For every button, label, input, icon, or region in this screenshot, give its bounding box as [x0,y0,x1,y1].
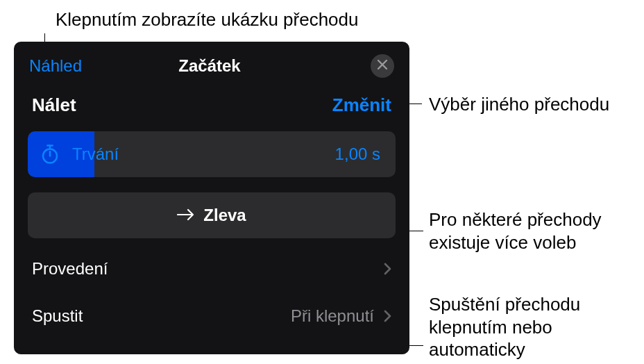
change-transition-button[interactable]: Změnit [332,94,391,116]
start-trigger-row[interactable]: Spustit Při klepnutí [14,292,409,340]
duration-slider[interactable]: Trvání 1,00 s [28,131,396,177]
callout-preview: Klepnutím zobrazíte ukázku přechodu [56,8,358,31]
panel-title: Začátek [49,56,371,76]
start-trigger-label: Spustit [32,306,83,326]
duration-label: Trvání [72,144,335,164]
close-button[interactable] [371,54,394,78]
panel-header: Náhled Začátek [14,42,409,85]
callout-direction-options: Pro některé přechody existuje více voleb [429,208,644,254]
callout-change: Výběr jiného přechodu [429,93,609,116]
delivery-label: Provedení [32,259,108,279]
duration-value: 1,00 s [335,144,396,164]
chevron-right-icon [384,310,391,322]
direction-button[interactable]: Zleva [28,192,396,238]
arrow-right-icon [177,206,195,225]
transition-name-row: Nálet Změnit [14,85,409,131]
direction-label: Zleva [203,206,246,225]
transition-panel: Náhled Začátek Nálet Změnit Trvání 1,00 … [14,42,409,354]
start-trigger-value: Při klepnutí [291,306,374,326]
stopwatch-icon [28,144,72,165]
transition-name-label: Nálet [32,94,76,116]
delivery-row[interactable]: Provedení [14,245,409,292]
chevron-right-icon [384,263,391,275]
close-icon [378,60,387,72]
callout-start-trigger: Spuštění přechodu klepnutím nebo automat… [429,293,644,361]
